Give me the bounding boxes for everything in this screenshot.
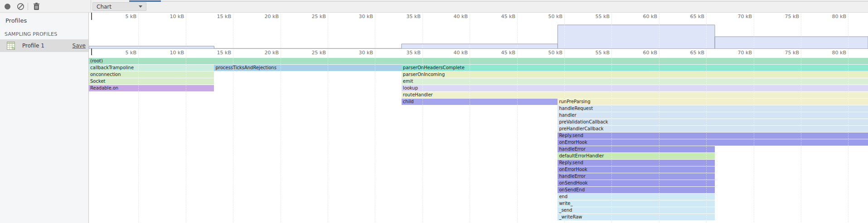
ruler-tick-label: 25 kB (300, 50, 326, 56)
flame-bar-label: write_ (558, 200, 713, 207)
gridline-overlay (233, 13, 233, 223)
flame-bar-label: onErrorHook (558, 139, 867, 146)
gridline-overlay (186, 13, 186, 223)
gridline-overlay (138, 13, 139, 223)
svg-text:%: % (12, 46, 15, 50)
flame-bar-label: Socket (89, 78, 213, 85)
tabstrip-divider (161, 1, 868, 2)
profiles-sidebar: Profiles SAMPLING PROFILES % Profile 1 S… (0, 13, 89, 223)
flame-bar-label: end (558, 194, 713, 200)
flame-bar-label: _writeRaw (558, 214, 713, 220)
record-button[interactable] (2, 2, 12, 11)
sidebar-title: Profiles (5, 17, 27, 24)
ruler-tick-label: 50 kB (536, 14, 563, 19)
flame-bar-label: routeHandler (402, 92, 867, 98)
active-tab-indicator (129, 0, 161, 2)
flame-bar-label: onconnection (89, 71, 213, 78)
sampling-profiles-heading: SAMPLING PROFILES (5, 31, 57, 37)
gridline-overlay (375, 13, 375, 223)
ruler-tick-label: 50 kB (536, 50, 563, 56)
block-icon (17, 3, 24, 10)
ruler-tick-label: 25 kB (300, 14, 326, 19)
gridline-overlay (328, 13, 328, 223)
ruler-tick-label: 5 kB (110, 50, 136, 56)
flame-bar-label: handleError (558, 173, 713, 180)
gridline-overlay (422, 13, 423, 223)
flame-bar-label: child (402, 99, 557, 105)
flame-bar-label: runPreParsing (558, 99, 867, 105)
memory-profiler-window: Chart Profiles SAMPLING PROFILES % Profi… (0, 0, 868, 223)
ruler-tick-label: 10 kB (158, 14, 184, 19)
toolbar-separator (28, 3, 28, 10)
flame-bar-label: handler (558, 112, 867, 119)
ruler-tick-label: 30 kB (347, 14, 373, 19)
ruler-tick-label: 40 kB (441, 14, 468, 19)
block-button[interactable] (15, 2, 25, 11)
ruler-tick-label: 65 kB (678, 50, 704, 56)
view-mode-dropdown[interactable]: Chart (92, 2, 146, 11)
ruler-tick-label: 45 kB (489, 50, 515, 56)
ruler-tick-label: 55 kB (583, 50, 610, 56)
profile-list-item[interactable]: % Profile 1 Save (0, 39, 88, 52)
ruler-tick-label: 20 kB (252, 14, 279, 19)
ruler-tick-label: 75 kB (773, 14, 799, 19)
ruler-tick-label: 60 kB (631, 50, 657, 56)
flame-bar-label: callbackTrampoline (89, 65, 213, 71)
save-profile-link[interactable]: Save (73, 43, 86, 49)
profile-table-icon: % (7, 42, 15, 50)
flame-bar-label: handleError (558, 146, 713, 152)
trash-icon (33, 3, 40, 10)
flame-bar-label: defaultErrorHandler (558, 153, 713, 159)
origin-tick (91, 13, 92, 20)
flame-bar-label: Reply.send (558, 160, 713, 166)
ruler-tick-label: 30 kB (347, 50, 373, 56)
ruler-tick-label: 5 kB (110, 14, 136, 19)
ruler-tick-label: 45 kB (489, 14, 515, 19)
flame-bar-label: Readable.on (89, 85, 213, 91)
toolbar-pane-divider (91, 0, 91, 13)
gridline-overlay (470, 13, 470, 223)
ruler-tick-label: 15 kB (205, 14, 231, 19)
ruler-tick-label: 80 kB (820, 14, 846, 19)
flame-bar-label: _send (558, 207, 713, 214)
flame-bar-label: preValidationCallback (558, 119, 867, 125)
record-icon (5, 4, 10, 9)
flame-bar-label: onSendHook (558, 180, 713, 186)
overview-bottom-border (89, 48, 868, 49)
ruler-tick-label: 35 kB (394, 14, 421, 19)
flame-bar-label: onErrorHook (558, 166, 713, 173)
origin-tick (91, 48, 92, 55)
ruler-tick-label: 20 kB (252, 50, 279, 56)
ruler-tick-label: 40 kB (441, 50, 468, 56)
ruler-tick-label: 55 kB (583, 14, 610, 19)
ruler-tick-label: 15 kB (205, 50, 231, 56)
flame-bar-label: Reply.send (558, 133, 867, 139)
flame-bar-label: parserOnHeadersComplete (402, 65, 867, 71)
ruler-tick-label: 60 kB (631, 14, 657, 19)
flame-bar-label: parserOnIncoming (402, 71, 867, 78)
flame-bar-label: onSendEnd (558, 187, 713, 193)
ruler-tick-label: 10 kB (158, 50, 184, 56)
ruler-tick-label: 80 kB (820, 50, 846, 56)
gridline-overlay (281, 13, 281, 223)
flame-bar-label: preHandlerCallback (558, 126, 867, 132)
ruler-tick-label: 35 kB (394, 50, 421, 56)
ruler-tick-label: 70 kB (726, 50, 752, 56)
gridline-overlay (517, 13, 518, 223)
flame-bar-label: handleRequest (558, 105, 867, 112)
flame-bar-label: lookup (402, 85, 867, 91)
allocation-chart-pane: 5 kB5 kB10 kB10 kB15 kB15 kB20 kB20 kB25… (89, 13, 868, 223)
flame-bar-label: (root) (89, 58, 867, 64)
flame-bar-label: processTicksAndRejections (214, 65, 400, 71)
view-mode-value: Chart (97, 4, 112, 10)
ruler-tick-label: 75 kB (773, 50, 799, 56)
profile-name: Profile 1 (22, 43, 44, 49)
flame-bar-label: emit (402, 78, 867, 85)
ruler-tick-label: 70 kB (726, 14, 752, 19)
chevron-down-icon (139, 5, 142, 8)
toolbar: Chart (0, 0, 868, 13)
ruler-tick-label: 65 kB (678, 14, 704, 19)
trash-button[interactable] (31, 2, 41, 11)
